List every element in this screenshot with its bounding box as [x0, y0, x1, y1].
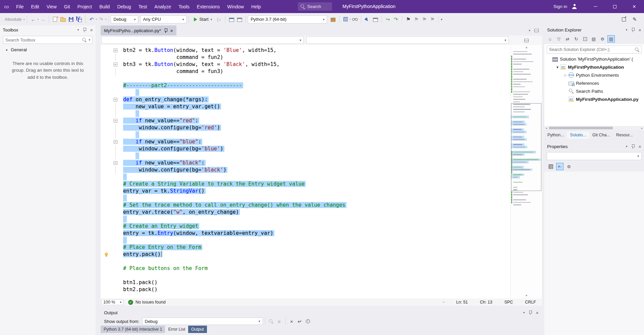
show-all-files-icon[interactable]: ▤	[590, 35, 597, 43]
open-file-button[interactable]	[59, 15, 67, 24]
fold-margin[interactable]	[112, 230, 119, 237]
menu-test[interactable]: Test	[135, 0, 151, 13]
glyph-margin[interactable]	[101, 103, 112, 110]
fold-margin[interactable]	[112, 75, 119, 82]
glyph-margin[interactable]	[101, 237, 112, 244]
glyph-margin[interactable]	[101, 131, 112, 138]
code-line[interactable]	[101, 152, 542, 159]
fold-collapse-icon[interactable]: −	[114, 161, 117, 165]
search-box[interactable]: Search ▾	[298, 2, 332, 11]
previous-bookmark-button[interactable]: ⚑	[412, 15, 420, 24]
menu-debug[interactable]: Debug	[113, 0, 135, 13]
sign-in-button[interactable]: Sign in	[553, 4, 567, 9]
properties-object-dropdown[interactable]: ▾	[547, 152, 642, 160]
menu-edit[interactable]: Edit	[28, 0, 43, 13]
glyph-margin[interactable]	[101, 174, 112, 181]
code-line[interactable]: # Place buttons on the Form	[101, 265, 542, 272]
glyph-margin[interactable]	[101, 166, 112, 174]
menu-git[interactable]: Git	[60, 0, 74, 13]
code-line[interactable]: entry.pack()	[101, 251, 542, 258]
code-line[interactable]	[101, 110, 542, 117]
toolbox-search-input[interactable]	[5, 38, 80, 43]
glyph-margin[interactable]	[101, 124, 112, 131]
fold-margin[interactable]	[112, 279, 119, 286]
document-tab[interactable]: MyFirstPytho...pplication.py* ×	[101, 25, 176, 36]
tab-git-cha[interactable]: Git Cha...	[589, 131, 613, 139]
clear-all-button[interactable]: ×	[288, 317, 296, 326]
scroll-left-icon[interactable]: ◂	[544, 127, 548, 130]
tab-python-3-7-64-bit-interactive-1[interactable]: Python 3.7 (64-bit) Interactive 1	[101, 326, 165, 333]
toolbox-group-general[interactable]: ▲ General	[0, 46, 96, 54]
glyph-margin[interactable]	[101, 82, 112, 89]
output-panel-header[interactable]: Output ▾ ×	[101, 308, 542, 317]
save-button[interactable]	[67, 15, 75, 24]
search-icon[interactable]	[635, 48, 639, 52]
code-line[interactable]: command = fun3)	[101, 68, 542, 75]
menu-file[interactable]: File	[12, 0, 28, 13]
sync-with-active-document-icon[interactable]: ⇄	[564, 35, 571, 43]
code-editor[interactable]: −btn2 = tk.Button(window, text = 'Blue',…	[101, 45, 542, 298]
fold-margin[interactable]	[112, 124, 119, 131]
tool-window-button[interactable]	[371, 15, 379, 24]
undo-button[interactable]: ↶	[88, 15, 96, 24]
solution-explorer-search-input[interactable]	[549, 47, 633, 52]
menu-help[interactable]: Help	[248, 0, 265, 13]
fold-margin[interactable]	[112, 152, 119, 159]
menu-window[interactable]: Window	[223, 0, 248, 13]
tab-error-list[interactable]: Error List	[165, 326, 188, 333]
tab-python[interactable]: Python...	[544, 131, 567, 139]
glyph-margin[interactable]	[101, 272, 112, 279]
chevron-down-icon[interactable]: ▾	[77, 28, 79, 31]
glyph-margin[interactable]	[101, 230, 112, 237]
tool-window-button[interactable]	[227, 15, 235, 24]
fold-margin[interactable]	[112, 258, 119, 265]
glyph-margin[interactable]	[101, 138, 112, 145]
tree-item-solution-myfirstpythonapplicatio[interactable]: Solution 'MyFirstPythonApplication' (	[544, 55, 644, 63]
menu-analyze[interactable]: Analyze	[151, 0, 175, 13]
toggle-bookmark-button[interactable]: ⚑	[404, 15, 412, 24]
glyph-margin[interactable]	[101, 223, 112, 230]
fold-margin[interactable]	[112, 131, 119, 138]
glyph-margin[interactable]	[101, 96, 112, 103]
code-line[interactable]	[101, 174, 542, 181]
code-line[interactable]: window.configure(bg='red')	[101, 124, 542, 131]
solution-configuration-dropdown[interactable]: Debug▾	[111, 15, 138, 23]
solution-platform-dropdown[interactable]: Any CPU▾	[140, 15, 186, 23]
feedback-button[interactable]: ✎	[631, 15, 639, 24]
fold-margin[interactable]	[112, 251, 119, 258]
user-account-icon[interactable]	[572, 4, 577, 9]
glyph-margin[interactable]	[101, 75, 112, 82]
tree-item-python-environments[interactable]: ▷Python Environments	[544, 71, 644, 79]
line-ending-indicator[interactable]: CRLF	[525, 300, 536, 305]
glyph-margin[interactable]	[101, 209, 112, 216]
scroll-up-icon[interactable]: ▲	[511, 45, 542, 50]
issues-check-icon[interactable]: ✓	[128, 300, 133, 305]
next-bookmark-button[interactable]: ⚑	[420, 15, 428, 24]
code-line[interactable]	[101, 89, 542, 96]
toolbox-search[interactable]: ▾	[3, 36, 93, 44]
tree-item-myfirstpythonapplication-py[interactable]: MyFirstPythonApplication.py	[544, 95, 644, 103]
fold-collapse-icon[interactable]: −	[114, 98, 117, 102]
glyph-margin[interactable]	[101, 110, 112, 117]
fold-margin[interactable]	[112, 145, 119, 152]
fold-margin[interactable]	[112, 68, 119, 75]
code-line[interactable]: command = fun2)	[101, 54, 542, 61]
clear-bookmarks-button[interactable]: ⚑	[428, 15, 436, 24]
timestamp-button[interactable]	[304, 317, 312, 326]
navigate-back-button[interactable]: ←	[29, 15, 37, 24]
glyph-margin[interactable]	[101, 152, 112, 159]
fold-collapse-icon[interactable]: −	[114, 140, 117, 144]
code-line[interactable]: entry_var = tk.StringVar()	[101, 188, 542, 195]
glyph-margin[interactable]	[101, 68, 112, 75]
fold-margin[interactable]	[112, 265, 119, 272]
code-line[interactable]: −btn3 = tk.Button(window, text = 'Black'…	[101, 61, 542, 68]
code-line[interactable]: # Create a String Variable to track the …	[101, 181, 542, 188]
fold-margin[interactable]	[112, 166, 119, 174]
glyph-margin[interactable]	[101, 145, 112, 152]
glyph-margin[interactable]	[101, 89, 112, 96]
fold-margin[interactable]	[112, 103, 119, 110]
find-message-button[interactable]	[267, 317, 275, 326]
fold-margin[interactable]	[112, 54, 119, 61]
tree-item-references[interactable]: References	[544, 79, 644, 87]
filter-icon[interactable]: ▽	[555, 35, 562, 43]
